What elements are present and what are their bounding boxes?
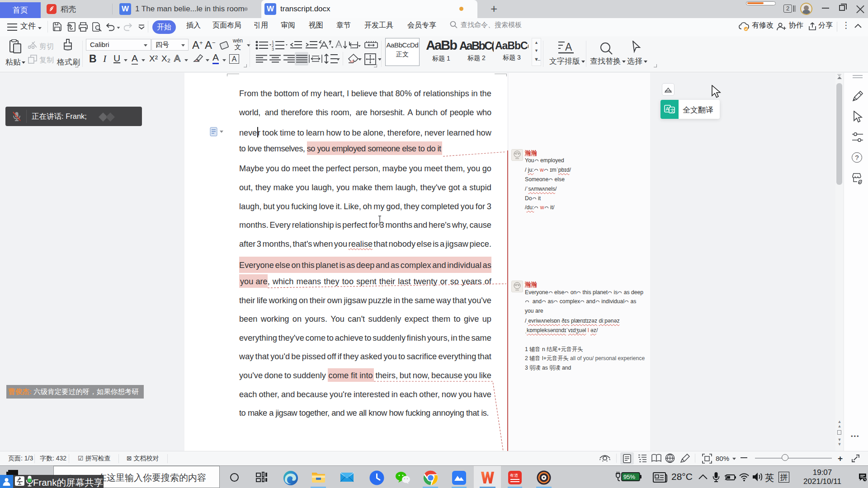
svg-text:95%: 95% — [623, 474, 635, 480]
svg-text:有道: 有道 — [509, 473, 518, 478]
svg-text:A: A — [565, 41, 572, 53]
svg-text:3: 3 — [272, 47, 274, 51]
svg-text:A: A — [665, 106, 669, 112]
svg-text:文: 文 — [670, 108, 675, 113]
